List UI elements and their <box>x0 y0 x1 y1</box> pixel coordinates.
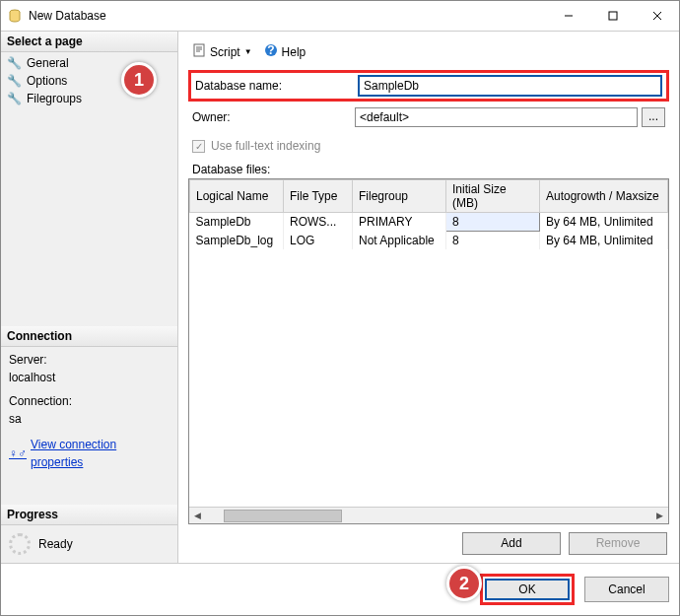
cell[interactable]: LOG <box>284 232 353 250</box>
svg-text:?: ? <box>267 43 274 57</box>
connection-value: sa <box>9 410 170 428</box>
help-button[interactable]: ? Help <box>260 41 310 62</box>
ok-highlight: OK <box>480 574 575 605</box>
cell[interactable]: PRIMARY <box>353 213 446 232</box>
add-button[interactable]: Add <box>462 532 561 555</box>
col-file-type[interactable]: File Type <box>284 180 353 213</box>
db-name-row: Database name: <box>188 70 669 102</box>
page-label: Options <box>27 74 67 88</box>
page-label: General <box>27 56 69 70</box>
table-row[interactable]: SampleDb ROWS... PRIMARY 8 By 64 MB, Unl… <box>190 213 668 232</box>
cell-selected[interactable]: 8 <box>446 213 540 232</box>
horizontal-scrollbar[interactable]: ◀ ▶ <box>189 507 668 523</box>
ok-button[interactable]: OK <box>485 579 570 600</box>
col-autogrowth[interactable]: Autogrowth / Maxsize <box>540 180 668 213</box>
connection-label: Connection: <box>9 392 170 410</box>
close-button[interactable] <box>635 1 679 31</box>
server-label: Server: <box>9 351 170 369</box>
col-initial-size[interactable]: Initial Size (MB) <box>446 180 540 213</box>
script-icon <box>192 43 206 60</box>
cell[interactable]: SampleDb_log <box>190 232 284 250</box>
progress-status: Ready <box>38 537 73 551</box>
script-button[interactable]: Script ▼ <box>188 41 256 62</box>
minimize-button[interactable] <box>546 1 590 31</box>
toolbar: Script ▼ ? Help <box>188 37 669 70</box>
db-files-grid[interactable]: Logical Name File Type Filegroup Initial… <box>188 178 669 524</box>
db-name-label: Database name: <box>195 79 358 93</box>
main-panel: Script ▼ ? Help Database name: <box>178 32 679 563</box>
db-files-label: Database files: <box>188 163 669 176</box>
fulltext-checkbox: ✓ <box>192 140 205 153</box>
owner-row: Owner: ... <box>188 105 669 129</box>
cell[interactable]: By 64 MB, Unlimited <box>540 232 668 250</box>
wrench-icon: 🔧 <box>7 74 21 88</box>
wrench-icon: 🔧 <box>7 92 21 105</box>
cell[interactable]: 8 <box>446 232 540 250</box>
server-value: localhost <box>9 369 170 386</box>
maximize-button[interactable] <box>590 1 635 31</box>
dialog-footer: 2 OK Cancel <box>1 563 679 615</box>
table-row[interactable]: SampleDb_log LOG Not Applicable 8 By 64 … <box>190 232 668 250</box>
help-label: Help <box>282 45 306 59</box>
cell[interactable]: SampleDb <box>190 213 284 232</box>
link-text: View connection properties <box>31 436 170 471</box>
callout-1: 1 <box>121 62 157 98</box>
cell[interactable]: Not Applicable <box>353 232 446 250</box>
scroll-thumb[interactable] <box>224 510 342 522</box>
connection-info: Server: localhost Connection: sa ♀♂ View… <box>1 347 177 475</box>
col-filegroup[interactable]: Filegroup <box>353 180 446 213</box>
owner-browse-button[interactable]: ... <box>642 107 665 127</box>
chevron-down-icon: ▼ <box>244 47 252 56</box>
callout-2: 2 <box>446 566 482 601</box>
fulltext-label: Use full-text indexing <box>211 139 320 153</box>
cell[interactable]: By 64 MB, Unlimited <box>540 213 668 232</box>
dialog-window: 1 New Database Select a page 🔧 General 🔧… <box>0 0 680 616</box>
cell[interactable]: ROWS... <box>284 213 353 232</box>
svg-rect-5 <box>194 44 204 56</box>
script-label: Script <box>210 45 240 59</box>
col-logical-name[interactable]: Logical Name <box>190 180 284 213</box>
svg-rect-2 <box>609 12 617 20</box>
remove-button: Remove <box>569 532 667 555</box>
wrench-icon: 🔧 <box>7 56 21 70</box>
help-icon: ? <box>264 43 278 60</box>
view-connection-properties-link[interactable]: ♀♂ View connection properties <box>9 436 170 471</box>
database-icon <box>7 8 23 24</box>
cancel-button[interactable]: Cancel <box>584 577 669 602</box>
fulltext-row: ✓ Use full-text indexing <box>188 133 669 163</box>
sidebar: Select a page 🔧 General 🔧 Options 🔧 File… <box>1 32 178 563</box>
scroll-right-icon[interactable]: ▶ <box>651 511 668 520</box>
owner-label: Owner: <box>192 110 355 124</box>
scroll-left-icon[interactable]: ◀ <box>189 511 206 520</box>
select-page-header: Select a page <box>1 32 177 52</box>
progress-header: Progress <box>1 505 177 525</box>
window-title: New Database <box>29 9 546 23</box>
properties-icon: ♀♂ <box>9 445 27 462</box>
owner-input[interactable] <box>355 107 638 127</box>
progress-spinner-icon <box>9 533 31 555</box>
db-name-input[interactable] <box>358 75 662 97</box>
page-label: Filegroups <box>27 92 82 105</box>
connection-header: Connection <box>1 326 177 347</box>
title-bar: New Database <box>1 1 679 31</box>
